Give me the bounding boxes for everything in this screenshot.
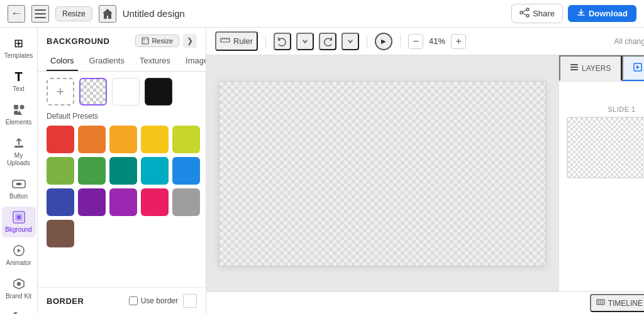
canvas-main[interactable] (206, 55, 558, 291)
templates-label: Templates (4, 52, 33, 60)
download-label: Download (589, 9, 628, 18)
svg-rect-1 (35, 13, 46, 14)
templates-icon: ⊞ (12, 36, 26, 50)
toolbar-divider-1 (265, 35, 266, 48)
tab-layers[interactable]: LAYERS (559, 55, 622, 81)
main-area: ⊞ Templates T Text Elements My Uploads B… (0, 28, 644, 314)
canvas-toolbar: Ruler ▶ − 41% + All changes sa (206, 28, 644, 55)
sidebar-item-elements[interactable]: Elements (2, 99, 36, 130)
redo-dropdown-button[interactable] (341, 33, 359, 50)
toolbar-divider-2 (367, 35, 367, 48)
swatch-amber[interactable] (109, 126, 137, 153)
timeline-button[interactable]: TIMELINE (590, 294, 644, 312)
home-button[interactable] (99, 5, 116, 23)
black-swatch[interactable] (145, 78, 172, 106)
tab-colors[interactable]: Colors (47, 51, 78, 71)
sidebar-item-button[interactable]: Button (2, 173, 36, 204)
svg-rect-8 (14, 105, 18, 109)
topbar-resize-button[interactable]: Resize (55, 6, 92, 21)
sidebar-item-animator[interactable]: Animator (2, 240, 36, 271)
panel-resize-button[interactable]: Resize (135, 35, 179, 47)
swatch-orange[interactable] (78, 126, 106, 153)
undo-button[interactable] (274, 33, 291, 50)
sidebar-item-brandkit[interactable]: Brand Kit (2, 273, 36, 304)
uploads-label: My Uploads (4, 152, 33, 167)
sidebar-item-resize[interactable]: Resize (2, 306, 36, 314)
panel-collapse-button[interactable]: ❯ (183, 34, 197, 48)
panel-tabs: Colors Gradients Textures Images (38, 51, 206, 72)
svg-rect-16 (17, 215, 21, 219)
white-swatch[interactable] (112, 78, 140, 106)
download-icon (577, 8, 586, 19)
topbar: ← Resize Untitled design Share Download (0, 0, 644, 28)
svg-rect-33 (570, 69, 578, 70)
swatch-purple[interactable] (78, 188, 106, 216)
transparent-swatch[interactable] (79, 78, 107, 106)
zoom-out-button[interactable]: − (408, 34, 423, 49)
svg-line-7 (523, 13, 526, 15)
canvas-background (219, 82, 545, 266)
tab-gradients[interactable]: Gradients (86, 51, 128, 71)
border-checkbox[interactable] (129, 296, 138, 305)
swatch-brown[interactable] (47, 220, 74, 247)
share-icon (519, 8, 530, 19)
timeline-label: TIMELINE (608, 299, 643, 308)
sidebar-item-text[interactable]: T Text (2, 66, 36, 97)
slide-1-thumb[interactable] (567, 117, 644, 178)
swatch-pink[interactable] (141, 188, 169, 216)
right-sidebar-tabs: LAYERS SLIDES (559, 55, 644, 82)
slide-1-label: SLIDE 1 (564, 106, 644, 113)
tab-slides[interactable]: SLIDES (622, 55, 645, 81)
brandkit-icon (12, 277, 26, 291)
panel-title: BACKGROUND (47, 36, 109, 46)
document-title: Untitled design (123, 8, 506, 19)
slides-nav: ‹ › (559, 82, 644, 100)
back-button[interactable]: ← (8, 5, 25, 23)
swatch-red[interactable] (47, 126, 74, 153)
zoom-in-button[interactable]: + (451, 34, 466, 49)
border-checkbox-label[interactable]: Use border (129, 296, 178, 305)
ruler-button[interactable]: Ruler (215, 31, 258, 51)
share-button[interactable]: Share (511, 4, 563, 23)
tab-images[interactable]: Images (182, 51, 206, 71)
svg-rect-31 (570, 64, 578, 65)
canvas-frame (219, 81, 546, 266)
animator-label: Animator (6, 259, 31, 267)
resize-icon (12, 310, 26, 314)
panel-header: BACKGROUND Resize ❯ (38, 28, 206, 51)
undo-dropdown-button[interactable] (296, 33, 314, 50)
swatch-gray[interactable] (172, 188, 200, 216)
svg-rect-13 (16, 183, 21, 185)
layers-tab-label: LAYERS (582, 64, 611, 73)
panel-content: + Default Presets (38, 72, 206, 287)
svg-rect-32 (570, 67, 578, 68)
swatch-blue[interactable] (172, 157, 200, 185)
swatch-teal[interactable] (109, 157, 137, 185)
swatch-yellow[interactable] (141, 126, 169, 153)
tab-textures[interactable]: Textures (136, 51, 174, 71)
swatch-indigo[interactable] (47, 188, 74, 216)
toolbar-divider-3 (400, 35, 401, 48)
add-color-button[interactable]: + (47, 78, 74, 106)
swatch-violet[interactable] (109, 188, 137, 216)
sidebar-item-templates[interactable]: ⊞ Templates (2, 33, 36, 63)
swatch-green[interactable] (78, 157, 106, 185)
menu-button[interactable] (31, 5, 49, 23)
topbar-actions: Share Download (511, 4, 636, 23)
elements-icon (12, 103, 26, 117)
ruler-icon (220, 35, 230, 47)
swatch-lime[interactable] (172, 126, 200, 153)
sidebar-item-uploads[interactable]: My Uploads (2, 133, 36, 171)
redo-button[interactable] (319, 33, 336, 50)
swatch-cyan[interactable] (141, 157, 169, 185)
download-button[interactable]: Download (568, 5, 636, 22)
background-label: Bkground (5, 226, 32, 234)
swatch-light-green[interactable] (47, 157, 74, 185)
play-button[interactable]: ▶ (375, 33, 392, 50)
border-color-swatch[interactable] (183, 294, 197, 308)
background-icon (12, 210, 26, 224)
panel-header-actions: Resize ❯ (135, 34, 197, 48)
sidebar-item-background[interactable]: Bkground (2, 207, 36, 237)
brandkit-label: Brand Kit (6, 293, 31, 300)
svg-point-19 (17, 282, 21, 286)
